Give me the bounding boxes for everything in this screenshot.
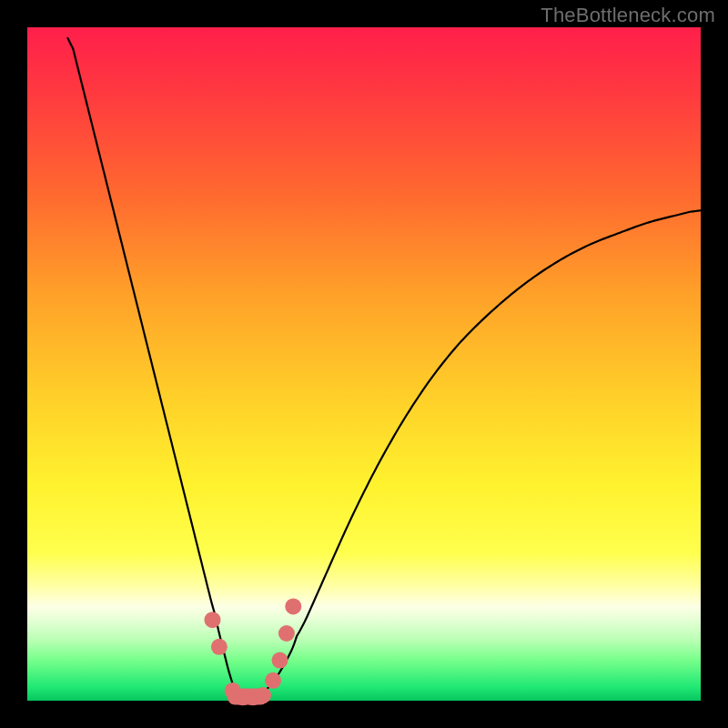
- chart-frame: TheBottleneck.com: [0, 0, 728, 728]
- curve-marker: [285, 598, 301, 614]
- watermark-text: TheBottleneck.com: [541, 4, 715, 27]
- curve-marker: [255, 687, 271, 703]
- curve-group: [67, 38, 701, 701]
- curve-marker: [265, 672, 281, 689]
- marker-group: [205, 598, 302, 705]
- curve-marker: [278, 625, 295, 642]
- bottleneck-curve: [67, 38, 701, 701]
- plot-area: [27, 27, 701, 701]
- curve-marker: [272, 652, 288, 669]
- bottleneck-curve-svg: [27, 27, 701, 701]
- curve-marker: [211, 639, 228, 655]
- curve-marker: [205, 612, 221, 628]
